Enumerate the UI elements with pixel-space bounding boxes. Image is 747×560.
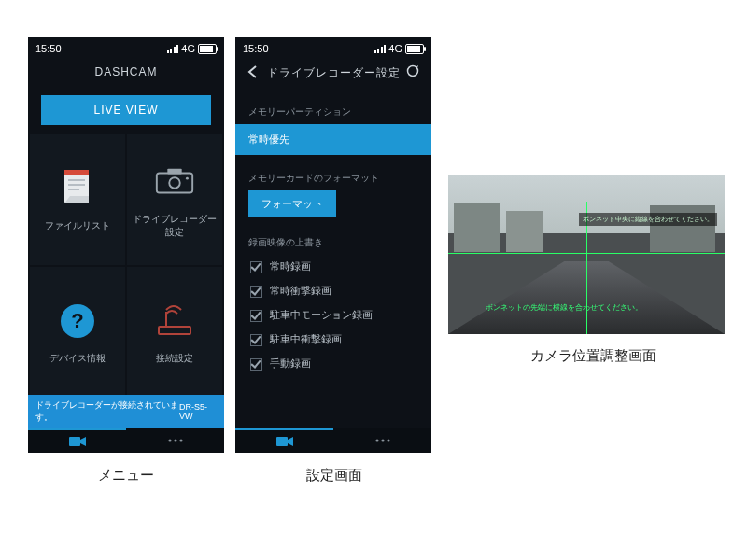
caption-preview: カメラ位置調整画面 (486, 347, 700, 365)
caption-settings: 設定画面 (241, 467, 428, 484)
memory-partition-value[interactable]: 常時優先 (235, 124, 431, 155)
connection-message: ドライブレコーダーが接続されています。 (35, 399, 179, 424)
camera-icon (69, 436, 86, 447)
overwrite-option[interactable]: 常時衝撃録画 (235, 279, 431, 303)
status-time: 15:50 (243, 43, 269, 54)
file-list-icon (56, 167, 99, 210)
refresh-button[interactable] (405, 63, 420, 78)
checkbox-icon (250, 310, 262, 322)
camera-settings-icon (153, 161, 196, 203)
alignment-hint-bottom: ボンネットの先端に横線を合わせてください。 (486, 302, 642, 313)
battery-icon (198, 44, 217, 54)
tile-label: 接続設定 (156, 352, 193, 365)
live-view-button[interactable]: LIVE VIEW (41, 95, 211, 125)
settings-title: ドライブレコーダー設定 (267, 66, 401, 79)
format-button[interactable]: フォーマット (248, 190, 336, 217)
wifi-router-icon (153, 300, 196, 343)
signal-icon (167, 45, 179, 53)
svg-rect-3 (68, 184, 85, 186)
svg-point-21 (387, 439, 389, 441)
tab-more[interactable] (126, 428, 224, 453)
svg-point-15 (174, 439, 176, 441)
arrow-left-icon (247, 65, 260, 78)
status-network: 4G (388, 43, 402, 54)
svg-rect-11 (159, 327, 190, 334)
connection-status-bar: ドライブレコーダーが接続されています。 DR-S5-VW (28, 395, 224, 428)
checkbox-icon (250, 334, 262, 346)
phone-menu: 15:50 4G DASHCAM LIVE VIEW (28, 37, 224, 453)
tile-label: ファイルリスト (45, 219, 110, 232)
section-memory-partition: メモリーパーティション (235, 94, 431, 124)
tab-camera[interactable] (235, 428, 333, 453)
tab-camera[interactable] (28, 428, 126, 453)
bottom-nav (28, 428, 224, 453)
signal-icon (374, 45, 387, 53)
battery-icon (405, 44, 424, 54)
svg-point-20 (381, 439, 384, 441)
status-bar: 15:50 4G (235, 37, 431, 56)
bottom-nav (235, 428, 431, 453)
tab-more[interactable] (333, 428, 431, 453)
svg-rect-5 (157, 173, 192, 192)
svg-point-16 (179, 439, 182, 441)
checkbox-icon (250, 358, 262, 371)
svg-point-8 (186, 177, 189, 180)
svg-rect-2 (68, 179, 85, 181)
section-overwrite: 録画映像の上書き (235, 225, 431, 255)
tile-device-info[interactable]: ? デバイス情報 (30, 267, 125, 398)
svg-point-14 (168, 439, 171, 441)
help-icon: ? (56, 300, 99, 343)
alignment-hint-top: ボンネット中央に縦線を合わせてください。 (579, 213, 717, 226)
svg-point-6 (169, 177, 180, 189)
app-title: DASHCAM (28, 56, 224, 91)
svg-rect-1 (64, 170, 89, 175)
tile-label: デバイス情報 (49, 352, 106, 365)
camera-alignment-preview: ボンネット中央に縦線を合わせてください。 ボンネットの先端に横線を合わせてくださ… (448, 175, 725, 334)
checkbox-icon (250, 286, 262, 298)
back-button[interactable] (247, 65, 260, 78)
overwrite-option[interactable]: 駐車中モーション録画 (235, 303, 431, 328)
tile-label: ドライブレコーダー 設定 (133, 213, 217, 239)
tile-connection-settings[interactable]: 接続設定 (127, 267, 222, 398)
svg-rect-13 (69, 437, 80, 446)
section-memory-format: メモリーカードのフォーマット (235, 161, 431, 190)
more-icon (167, 438, 184, 443)
status-bar: 15:50 4G (28, 37, 224, 56)
svg-point-19 (375, 439, 378, 441)
caption-menu: メニュー (33, 467, 219, 484)
overwrite-option[interactable]: 駐車中衝撃録画 (235, 328, 431, 352)
svg-rect-7 (167, 169, 181, 175)
tile-file-list[interactable]: ファイルリスト (30, 134, 125, 265)
refresh-icon (405, 63, 420, 78)
status-network: 4G (181, 43, 195, 54)
tile-recorder-settings[interactable]: ドライブレコーダー 設定 (127, 134, 222, 265)
svg-rect-4 (68, 189, 79, 190)
connection-model: DR-S5-VW (179, 402, 217, 421)
svg-rect-18 (276, 437, 288, 446)
more-icon (374, 438, 391, 443)
status-time: 15:50 (35, 43, 62, 54)
overwrite-option[interactable]: 常時録画 (235, 255, 431, 279)
checkbox-icon (250, 261, 262, 273)
overwrite-option[interactable]: 手動録画 (235, 352, 431, 376)
svg-text:?: ? (71, 309, 83, 332)
phone-settings: 15:50 4G ドライブレコーダー設定 メモリーパーティション 常時優先 メモ… (235, 37, 431, 453)
camera-icon (276, 436, 293, 447)
